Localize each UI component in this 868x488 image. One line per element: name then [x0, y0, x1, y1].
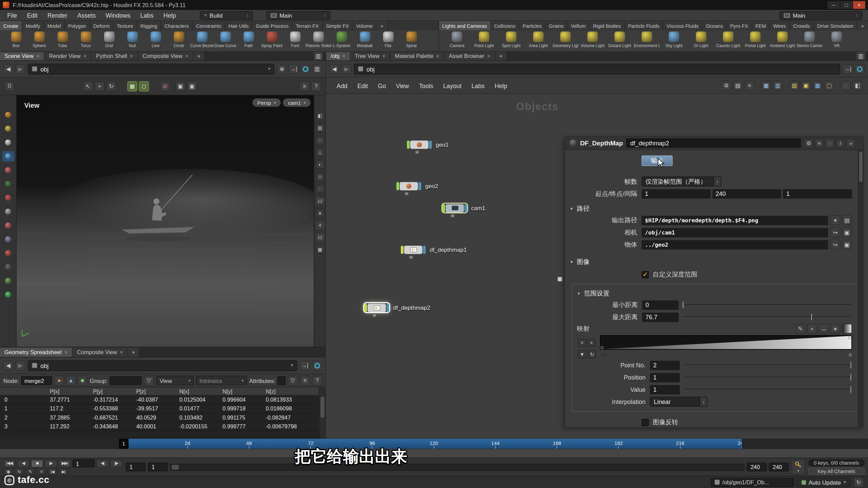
group-filter-icon[interactable]: ▽ — [144, 375, 154, 385]
node-flag-left[interactable] — [364, 304, 367, 312]
list-icon[interactable]: ≡ — [300, 375, 310, 385]
range-end-field[interactable]: 240 — [712, 189, 782, 199]
column-header-p-z[interactable]: P[z] — [134, 388, 177, 394]
pose-tool-icon[interactable] — [2, 220, 14, 231]
spin-arrows-icon[interactable]: ↕ — [700, 397, 707, 406]
shelf-tab-add-tab-button[interactable]: + — [377, 21, 388, 30]
node-body[interactable] — [396, 182, 421, 190]
tab-add-tab-button[interactable]: + — [128, 347, 139, 357]
muscle-tool-icon[interactable] — [2, 248, 14, 258]
move-horizontal-icon[interactable]: ↔ — [819, 324, 829, 333]
frame-range-mode-select[interactable]: 仅渲染帧范围（严格） ↕ — [642, 177, 721, 186]
window-titlebar[interactable]: F:/HoudiniAI/ClassPro/case/C9/42c.hip - … — [0, 0, 868, 10]
pane-split-icon[interactable]: ◧ — [852, 81, 862, 90]
shelf-tab-polygon[interactable]: Polygon — [65, 21, 90, 30]
pane-max-icon[interactable]: ▤ — [316, 124, 324, 132]
orbit-tool-icon[interactable] — [2, 179, 14, 189]
gear-icon[interactable]: ⚙ — [804, 139, 813, 147]
min-distance-field[interactable]: 0 — [642, 300, 679, 310]
spreadsheet-path-field[interactable]: obj ▾ — [28, 360, 298, 371]
node-body[interactable] — [442, 204, 467, 212]
pane-menu-icon[interactable]: ▥ — [856, 52, 866, 61]
shelf-tool-volume-light[interactable]: Volume Light — [579, 30, 606, 52]
shelf-tab-wires[interactable]: Wires — [770, 21, 790, 30]
shelf-tool-geometry-light[interactable]: Geometry Light — [552, 30, 579, 52]
shelf-tab-vellum[interactable]: Vellum — [568, 21, 590, 30]
display-options-icon[interactable]: ≡ — [299, 81, 309, 91]
back-icon[interactable]: ◀ — [3, 64, 13, 74]
global-range-end-field[interactable]: 240 — [747, 463, 767, 471]
ramp-add-point-button[interactable]: + — [587, 338, 595, 346]
samples-count-label[interactable]: 12 — [316, 233, 324, 242]
link-ring-icon[interactable] — [855, 64, 865, 74]
shelf-tool-path[interactable]: Path — [237, 30, 260, 52]
shelf-tab-particle-fluids[interactable]: Particle Fluids — [625, 21, 664, 30]
timeline-key-area[interactable] — [0, 449, 868, 458]
close-tab-icon[interactable]: × — [130, 53, 133, 59]
attributes-filter-icon[interactable]: ▽ — [288, 375, 298, 385]
close-tab-icon[interactable]: × — [120, 349, 123, 355]
table-row[interactable]: 237.2885-0.68752140.05290.1034820.991175… — [0, 413, 326, 422]
min-distance-slider[interactable] — [683, 301, 851, 309]
grid-toggle-icon[interactable]: ▦ — [316, 246, 324, 254]
network-node-df-depthmap2[interactable]: df_depthmap2 — [364, 303, 389, 312]
point-no-field[interactable]: 2 — [650, 361, 680, 370]
close-tab-icon[interactable]: × — [382, 53, 386, 59]
column-header-n-z[interactable]: N[z] — [263, 388, 307, 394]
help-icon[interactable]: ? — [312, 375, 322, 385]
shelf-tool-sky-light[interactable]: Sky Light — [660, 30, 688, 52]
path-menu-icon[interactable]: ▾ — [830, 215, 840, 225]
network-menu-go[interactable]: Go — [373, 82, 391, 89]
shelf-tool-environment-light[interactable]: Environment Light — [633, 30, 660, 52]
shelf-tab-grains[interactable]: Grains — [546, 21, 568, 30]
menu-help[interactable]: Help — [158, 12, 181, 19]
shelf-tab-constraints[interactable]: Constraints — [193, 21, 225, 30]
camera-selector[interactable]: cam1 ▾ — [283, 99, 311, 107]
prev-frame-button[interactable]: ◀| — [96, 460, 108, 467]
tab-add-tab-button[interactable]: + — [495, 52, 507, 60]
shaded-toggle-icon[interactable]: ◐ — [316, 160, 324, 168]
range-slider[interactable] — [170, 463, 745, 470]
sliders-icon[interactable]: ≡ — [815, 139, 824, 147]
shelf-tool-point-light[interactable]: Point Light — [471, 30, 498, 52]
search-icon[interactable]: ◌ — [825, 139, 834, 147]
shelf-tool-null[interactable]: Null — [121, 30, 144, 52]
pin-pane-icon[interactable]: →| — [300, 361, 310, 370]
tab-geometry-spreadsheet[interactable]: Geometry Spreadsheet× — [0, 347, 73, 357]
shelf-tab-deform[interactable]: Deform — [90, 21, 113, 30]
points-class-icon[interactable]: ● — [54, 375, 64, 385]
detach-icon[interactable]: » — [846, 139, 855, 147]
viewport[interactable]: View Persp ▾ cam1 ▾ ◧▤∴⊥◐◇◦12●412▦ — [0, 95, 326, 347]
scene-path-field[interactable]: obj ▾ — [28, 63, 275, 75]
close-tab-icon[interactable]: × — [64, 349, 68, 355]
position-slider[interactable] — [684, 373, 851, 381]
shelf-tool-gi-light[interactable]: GI Light — [688, 30, 715, 52]
max-distance-slider[interactable] — [683, 313, 851, 321]
select-mode-icon[interactable]: ↖ — [83, 81, 93, 91]
ramp-marker-start[interactable]: ⌂ — [602, 352, 605, 357]
recent-node-field[interactable]: /obj/geo1/DF_Ob... — [711, 478, 794, 487]
point-no-slider[interactable] — [684, 361, 851, 369]
view-selector[interactable]: View▾ — [156, 376, 194, 385]
node-body[interactable] — [401, 245, 426, 254]
geometry-select-icon[interactable]: ▦ — [127, 81, 137, 91]
node-flag-right[interactable] — [418, 182, 421, 190]
wireframe-toggle-icon[interactable]: ◇ — [316, 172, 324, 181]
parameters-scrollbar[interactable] — [858, 150, 863, 427]
next-frame-button[interactable]: |▶ — [110, 460, 122, 467]
close-tab-icon[interactable]: × — [185, 53, 189, 59]
display-flags-icon[interactable]: ▤ — [733, 81, 743, 90]
network-tools-icon[interactable]: ⚙ — [721, 81, 731, 90]
table-row[interactable]: 037.2771-0.317214-40.03870.01250040.9966… — [0, 395, 326, 404]
network-overview-handle[interactable] — [557, 277, 563, 282]
shelf-tab-fem[interactable]: FEM — [752, 21, 770, 30]
forward-icon[interactable]: ▶ — [341, 64, 351, 74]
shelf-tab-drive-simulation[interactable]: Drive Simulation — [814, 21, 857, 30]
timeline[interactable]: 24487296120144168192216240 1 — [0, 439, 868, 458]
output-path-field[interactable]: $HIP/depth/moredepth/depth.$F4.png — [642, 216, 828, 225]
close-tab-icon[interactable]: × — [342, 53, 346, 59]
range-start-field[interactable]: 1 — [642, 189, 711, 199]
tab-material-palette[interactable]: Material Palette× — [390, 52, 444, 60]
terrain-tool-icon[interactable] — [2, 276, 14, 286]
max-distance-field[interactable]: 76.7 — [642, 312, 679, 322]
